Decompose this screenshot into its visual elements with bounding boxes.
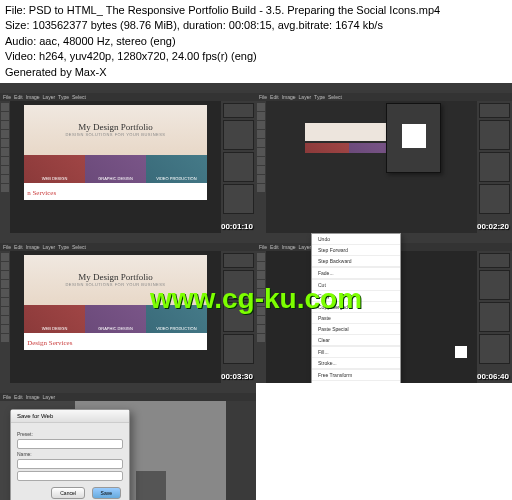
canvas[interactable]: Undo Step Forward Step Backward Fade... …	[266, 251, 477, 383]
hero-subtitle: DESIGN SOLUTIONS FOR YOUR BUSINESS	[65, 132, 165, 137]
thumbnail-2: FileEditImageLayerTypeSelect 00:02:20	[256, 83, 512, 233]
hero-title: My Design Portfolio	[78, 122, 153, 132]
tool-palette[interactable]	[0, 251, 10, 383]
canvas[interactable]: My Design Portfolio DESIGN SOLUTIONS FOR…	[10, 251, 221, 383]
size-line: Size: 103562377 bytes (98.76 MiB), durat…	[5, 18, 507, 33]
preset-input[interactable]	[17, 439, 123, 449]
titlebar	[256, 83, 512, 93]
file-line: File: PSD to HTML_ The Responsive Portfo…	[5, 3, 507, 18]
tile-video: VIDEO PRODUCTION	[146, 155, 207, 183]
menu-item[interactable]: Paste Special	[312, 324, 400, 335]
titlebar	[0, 83, 256, 93]
menu-item[interactable]: Stroke...	[312, 358, 400, 369]
menu-item[interactable]: Step Forward	[312, 245, 400, 256]
tile-web: WEB DESIGN	[24, 155, 85, 183]
panels[interactable]	[221, 251, 256, 383]
timestamp: 00:01:10	[221, 222, 253, 231]
tile-video: VIDEO PRODUCTION	[146, 305, 207, 333]
tool-palette[interactable]	[256, 251, 266, 383]
menubar: FileEditImageLayer	[0, 393, 256, 401]
menu-item[interactable]: Undo	[312, 234, 400, 245]
menu-item[interactable]: Clear	[312, 335, 400, 346]
preview-pane: Save for Web Preset: Name: Cancel Save	[0, 401, 75, 500]
video-line: Video: h264, yuv420p, 1280x720, 24.00 fp…	[5, 49, 507, 64]
tile-graphic: GRAPHIC DESIGN	[85, 155, 146, 183]
menu-item[interactable]: Copy	[312, 291, 400, 302]
timestamp: 00:03:30	[221, 372, 253, 381]
thumbnail-5: FileEditImageLayer Save for Web Preset: …	[0, 383, 256, 500]
save-button[interactable]: Save	[92, 487, 121, 499]
titlebar	[0, 233, 256, 243]
floating-panel[interactable]	[386, 103, 441, 173]
menu-item[interactable]: Fade...	[312, 268, 400, 279]
document: My Design Portfolio DESIGN SOLUTIONS FOR…	[24, 255, 207, 350]
generated-line: Generated by Max-X	[5, 65, 507, 80]
menu-item[interactable]: Fill...	[312, 347, 400, 358]
thumbnail-grid: FileEditImageLayerTypeSelect My Design P…	[0, 83, 512, 500]
menu-item[interactable]: Step Backward	[312, 256, 400, 267]
menu-item[interactable]: Copy Merged	[312, 302, 400, 313]
tool-palette[interactable]	[0, 101, 10, 233]
preview-swatch	[136, 471, 166, 500]
panels[interactable]	[477, 101, 512, 233]
field-label: Preset:	[17, 431, 123, 437]
panels[interactable]	[477, 251, 512, 383]
name-input[interactable]	[17, 459, 123, 469]
services-title: n Services	[27, 189, 56, 197]
services-title: Design Services	[27, 339, 72, 347]
hero-title: My Design Portfolio	[78, 272, 153, 282]
tool-palette[interactable]	[256, 101, 266, 233]
timestamp: 00:02:20	[477, 222, 509, 231]
menubar: FileEditImageLayerTypeSelect	[256, 93, 512, 101]
thumbnail-1: FileEditImageLayerTypeSelect My Design P…	[0, 83, 256, 233]
panels[interactable]	[221, 101, 256, 233]
tile-web: WEB DESIGN	[24, 305, 85, 333]
shape-preview	[455, 346, 467, 358]
menu-item[interactable]: Transform	[312, 381, 400, 383]
file-info-header: File: PSD to HTML_ The Responsive Portfo…	[0, 0, 512, 83]
field-label: Name:	[17, 451, 123, 457]
context-menu[interactable]: Undo Step Forward Step Backward Fade... …	[311, 233, 401, 383]
tile-graphic: GRAPHIC DESIGN	[85, 305, 146, 333]
menu-item[interactable]: Cut	[312, 280, 400, 291]
dialog-title: Save for Web	[11, 410, 129, 423]
thumbnail-4: FileEditImageLayerTypeSelect Undo Step F…	[256, 233, 512, 383]
canvas[interactable]	[266, 101, 477, 233]
audio-line: Audio: aac, 48000 Hz, stereo (eng)	[5, 34, 507, 49]
menu-item[interactable]: Free Transform	[312, 370, 400, 381]
menu-item[interactable]: Paste	[312, 313, 400, 324]
thumbnail-3: FileEditImageLayerTypeSelect My Design P…	[0, 233, 256, 383]
canvas[interactable]: My Design Portfolio DESIGN SOLUTIONS FOR…	[10, 101, 221, 233]
menubar: FileEditImageLayerTypeSelect	[0, 93, 256, 101]
cancel-button[interactable]: Cancel	[51, 487, 85, 499]
document: My Design Portfolio DESIGN SOLUTIONS FOR…	[24, 105, 207, 200]
menubar: FileEditImageLayerTypeSelect	[0, 243, 256, 251]
hero-subtitle: DESIGN SOLUTIONS FOR YOUR BUSINESS	[65, 282, 165, 287]
format-input[interactable]	[17, 471, 123, 481]
save-dialog[interactable]: Save for Web Preset: Name: Cancel Save	[10, 409, 130, 500]
titlebar	[0, 383, 256, 393]
settings-panel[interactable]	[226, 401, 256, 500]
timestamp: 00:06:40	[477, 372, 509, 381]
